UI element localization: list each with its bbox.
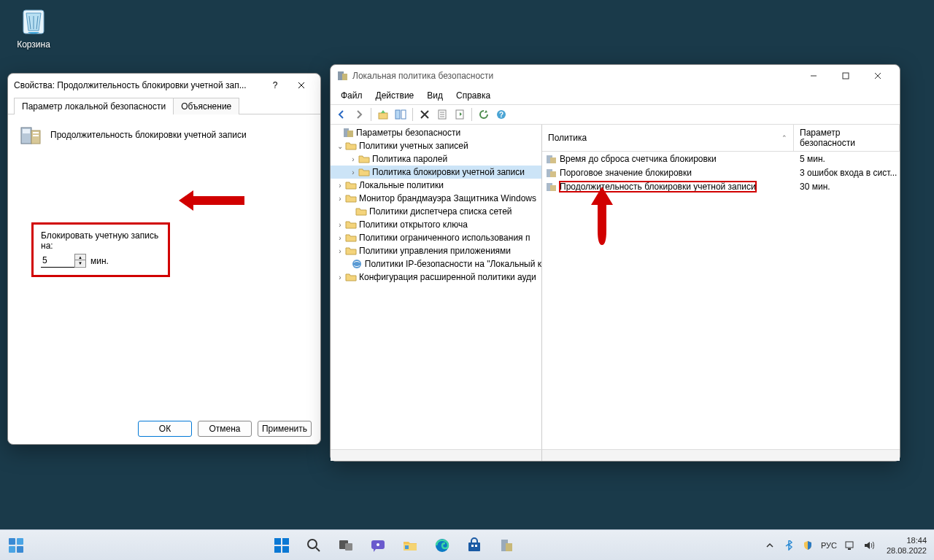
cancel-button[interactable]: Отмена (198, 421, 252, 437)
secpol-button[interactable] (493, 532, 520, 559)
menu-action[interactable]: Действие (370, 89, 420, 102)
mmc-list[interactable]: Политика⌃ Параметр безопасности Время до… (542, 125, 900, 449)
toolbar-back-button[interactable] (333, 106, 350, 122)
folder-icon (358, 153, 370, 165)
store-button[interactable] (460, 532, 488, 559)
tree-hscroll[interactable] (331, 449, 542, 461)
list-hscroll[interactable] (542, 449, 900, 461)
svg-rect-31 (282, 538, 289, 545)
policy-item-icon (545, 153, 557, 165)
desktop-recycle-bin[interactable]: Корзина (13, 7, 54, 50)
svg-rect-40 (405, 545, 409, 549)
mmc-app-icon (336, 70, 348, 82)
svg-rect-11 (395, 110, 400, 119)
collapse-icon[interactable]: ⌄ (335, 142, 345, 150)
tab-local-security[interactable]: Параметр локальной безопасности (14, 98, 174, 114)
tree-ipsec[interactable]: Политики IP-безопасности на "Локальный к (331, 257, 541, 271)
volume-icon[interactable] (863, 540, 875, 551)
taskbar: РУС 18:44 28.08.2022 (0, 529, 934, 560)
svg-rect-43 (471, 545, 474, 547)
svg-rect-10 (379, 113, 387, 119)
mmc-titlebar[interactable]: Локальная политика безопасности (331, 65, 900, 87)
clock[interactable]: 18:44 28.08.2022 (882, 535, 927, 556)
tab-explain[interactable]: Объяснение (173, 98, 239, 114)
tree-lockout-policy[interactable]: › Политика блокировки учетной записи (331, 166, 541, 179)
toolbar-forward-button[interactable] (351, 106, 367, 122)
expand-icon[interactable]: › (335, 234, 345, 242)
tree-local-policies[interactable]: › Локальные политики (331, 179, 541, 192)
column-policy[interactable]: Политика⌃ (542, 125, 794, 151)
toolbar-refresh-button[interactable] (476, 106, 492, 122)
edge-button[interactable] (428, 532, 456, 559)
ok-button[interactable]: ОК (138, 421, 192, 437)
apply-button[interactable]: Применить (258, 421, 312, 437)
toolbar-export-button[interactable] (452, 106, 468, 122)
tray-overflow-icon[interactable] (764, 540, 776, 551)
bluetooth-icon[interactable] (783, 540, 795, 551)
mmc-content: Параметры безопасности ⌄ Политики учетны… (331, 125, 900, 449)
toolbar-up-button[interactable] (375, 106, 391, 122)
widgets-button[interactable] (0, 530, 32, 561)
mmc-window: Локальная политика безопасности Файл Дей… (330, 64, 900, 462)
mmc-scrollbars (331, 449, 900, 461)
toolbar-help-button[interactable]: ? (493, 106, 509, 122)
help-button[interactable]: ? (262, 75, 288, 96)
expand-icon[interactable]: › (335, 221, 345, 229)
tree-root[interactable]: Параметры безопасности (331, 126, 541, 139)
search-button[interactable] (300, 532, 328, 559)
tree-advaudit[interactable]: › Конфигурация расширенной политики ауди (331, 271, 541, 284)
language-indicator[interactable]: РУС (821, 541, 837, 550)
tree-pubkey[interactable]: › Политики открытого ключа (331, 218, 541, 231)
spin-down-button[interactable]: ▼ (75, 260, 85, 266)
tree-software-restrict[interactable]: › Политики ограниченного использования п (331, 231, 541, 244)
dialog-title: Свойства: Продолжительность блокировки у… (14, 80, 262, 90)
field-label: Блокировать учетную запись на: (41, 230, 161, 251)
svg-rect-46 (506, 543, 512, 551)
expand-icon[interactable]: › (335, 273, 345, 281)
explorer-button[interactable] (396, 532, 424, 559)
security-icon[interactable] (802, 540, 814, 551)
start-button[interactable] (268, 532, 296, 559)
list-row[interactable]: Пороговое значение блокировки 3 ошибок в… (542, 166, 900, 179)
duration-input[interactable] (41, 254, 74, 268)
svg-rect-32 (274, 546, 281, 553)
toolbar-properties-button[interactable] (434, 106, 450, 122)
tree-firewall[interactable]: › Монитор брандмауэра Защитника Windows (331, 192, 541, 205)
mmc-tree[interactable]: Параметры безопасности ⌄ Политики учетны… (331, 125, 542, 449)
toolbar-delete-button[interactable] (417, 106, 433, 122)
expand-icon[interactable]: › (348, 168, 358, 176)
svg-rect-42 (468, 542, 480, 551)
dialog-titlebar[interactable]: Свойства: Продолжительность блокировки у… (8, 74, 320, 97)
dialog-tabs: Параметр локальной безопасности Объяснен… (8, 97, 320, 114)
menu-view[interactable]: Вид (421, 89, 449, 102)
expand-icon[interactable]: › (335, 182, 345, 190)
svg-text:?: ? (499, 111, 503, 119)
menu-help[interactable]: Справка (450, 89, 496, 102)
expand-icon[interactable]: › (335, 247, 345, 255)
mmc-close-button[interactable] (862, 66, 894, 86)
chat-button[interactable] (364, 532, 392, 559)
policy-name: Продолжительность блокировки учетной зап… (50, 130, 247, 140)
list-row[interactable]: Время до сброса счетчика блокировки 5 ми… (542, 152, 900, 166)
close-button[interactable] (288, 75, 314, 96)
tree-account-policies[interactable]: ⌄ Политики учетных записей (331, 139, 541, 152)
tree-appctrl[interactable]: › Политики управления приложениями (331, 244, 541, 257)
menu-file[interactable]: Файл (335, 89, 368, 102)
expand-icon[interactable]: › (335, 195, 345, 203)
security-settings-icon (342, 127, 354, 139)
expand-icon[interactable]: › (348, 155, 358, 163)
svg-rect-26 (9, 538, 15, 545)
lockout-duration-group: Блокировать учетную запись на: ▲ ▼ мин. (31, 222, 170, 277)
svg-point-19 (352, 260, 361, 268)
spin-up-button[interactable]: ▲ (75, 254, 85, 260)
column-param[interactable]: Параметр безопасности (794, 125, 900, 151)
tree-password-policy[interactable]: › Политика паролей (331, 152, 541, 166)
tree-netlist[interactable]: Политики диспетчера списка сетей (331, 205, 541, 218)
dialog-body: Продолжительность блокировки учетной зап… (8, 114, 320, 413)
mmc-minimize-button[interactable] (798, 66, 830, 86)
taskview-button[interactable] (332, 532, 360, 559)
network-icon[interactable] (844, 540, 856, 551)
svg-rect-47 (846, 542, 853, 548)
toolbar-showhide-button[interactable] (393, 106, 409, 122)
mmc-maximize-button[interactable] (830, 66, 862, 86)
